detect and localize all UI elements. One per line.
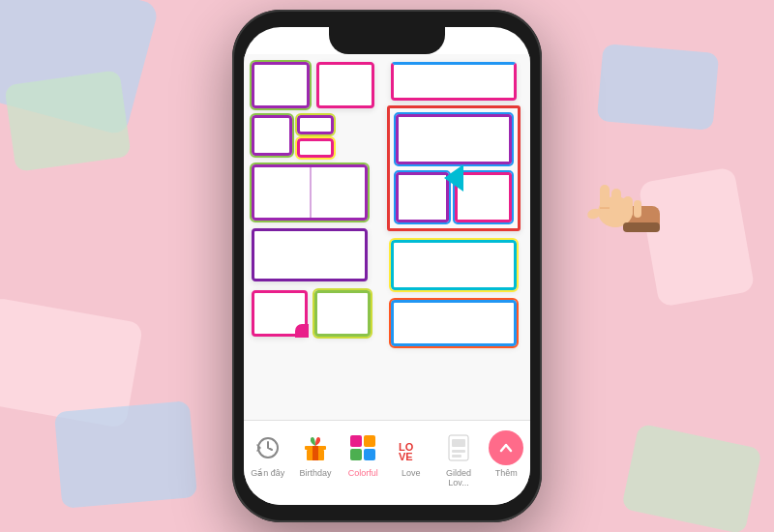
bottom-toolbar: Gần đây Birthday bbox=[244, 420, 530, 505]
svg-rect-3 bbox=[313, 446, 318, 460]
collage-frame-2[interactable] bbox=[316, 62, 374, 108]
phone-notch bbox=[329, 27, 445, 54]
collage-frame-7[interactable] bbox=[252, 228, 368, 281]
collage-selected-template[interactable] bbox=[387, 105, 521, 231]
svg-rect-5 bbox=[364, 435, 375, 447]
svg-rect-13 bbox=[452, 455, 461, 458]
collage-frame-r1[interactable] bbox=[391, 62, 517, 101]
gilded-label: Gilded Lov... bbox=[434, 469, 482, 488]
toolbar-item-colorful[interactable]: Colorful bbox=[340, 430, 387, 479]
hand-cursor-annotation bbox=[573, 169, 660, 258]
birthday-label: Birthday bbox=[299, 469, 331, 479]
svg-rect-19 bbox=[634, 200, 641, 218]
svg-rect-22 bbox=[623, 222, 660, 232]
love-label: Love bbox=[402, 469, 421, 479]
them-label: Thêm bbox=[495, 469, 518, 479]
phone-mockup: Gần đây Birthday bbox=[232, 10, 542, 522]
collage-frame-6[interactable] bbox=[252, 164, 368, 221]
colorful-icon bbox=[345, 430, 380, 465]
svg-text:VE: VE bbox=[399, 451, 413, 462]
svg-rect-4 bbox=[350, 435, 362, 447]
svg-rect-18 bbox=[623, 196, 633, 218]
svg-rect-11 bbox=[452, 439, 465, 447]
svg-rect-6 bbox=[350, 449, 362, 460]
svg-rect-16 bbox=[600, 185, 610, 216]
collage-frame-3[interactable] bbox=[252, 115, 292, 156]
collage-frame-4[interactable] bbox=[297, 115, 334, 134]
toolbar-item-them[interactable]: Thêm bbox=[483, 430, 530, 479]
recent-icon bbox=[251, 430, 285, 465]
love-icon: LO VE bbox=[394, 430, 429, 465]
collage-frame-1[interactable] bbox=[252, 62, 310, 108]
collage-grid[interactable] bbox=[244, 54, 530, 420]
gift-icon bbox=[298, 430, 333, 465]
toolbar-item-love[interactable]: LO VE Love bbox=[387, 430, 434, 479]
recent-label: Gần đây bbox=[251, 469, 284, 479]
svg-rect-17 bbox=[611, 189, 621, 216]
toolbar-item-recent[interactable]: Gần đây bbox=[244, 430, 291, 479]
collage-frame-r3[interactable] bbox=[391, 240, 517, 290]
gilded-icon bbox=[441, 430, 476, 465]
svg-rect-7 bbox=[364, 449, 375, 460]
collage-frame-r4[interactable] bbox=[391, 300, 517, 346]
more-icon bbox=[489, 430, 523, 465]
toolbar-item-birthday[interactable]: Birthday bbox=[291, 430, 339, 479]
svg-rect-12 bbox=[452, 450, 465, 453]
collage-frame-9[interactable] bbox=[314, 290, 371, 337]
collage-frame-8[interactable] bbox=[252, 290, 308, 337]
toolbar-item-gilded[interactable]: Gilded Lov... bbox=[434, 430, 482, 488]
collage-frame-5[interactable] bbox=[297, 138, 334, 158]
colorful-label: Colorful bbox=[348, 469, 378, 479]
